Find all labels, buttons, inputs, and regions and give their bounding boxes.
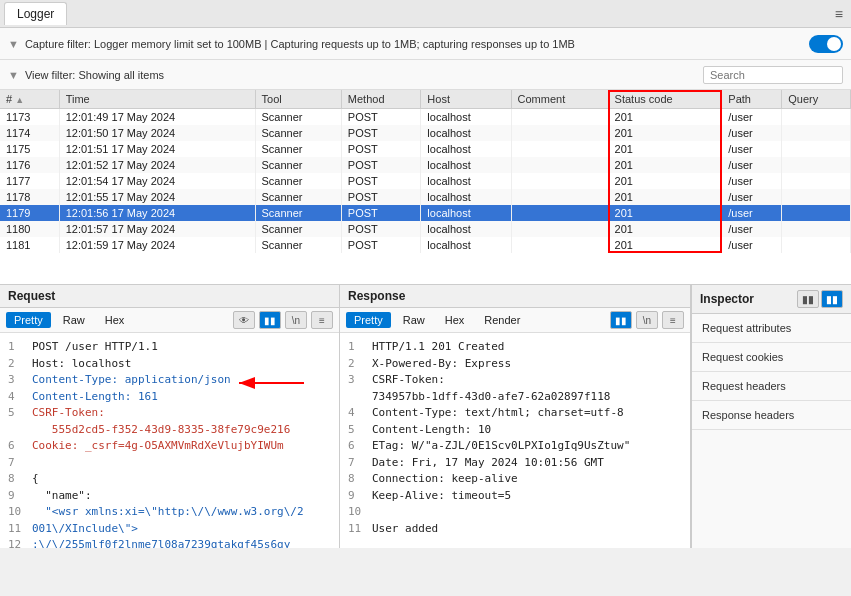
- request-tab-pretty[interactable]: Pretty: [6, 312, 51, 328]
- cell-path: /user: [722, 221, 782, 237]
- table-row[interactable]: 117412:01:50 17 May 2024ScannerPOSTlocal…: [0, 125, 851, 141]
- bottom-panels: Request Pretty Raw Hex 👁 ▮▮ \n ≡ 1POST /…: [0, 285, 851, 548]
- response-line: 5Content-Length: 10: [348, 422, 682, 439]
- response-more-btn[interactable]: ≡: [662, 311, 684, 329]
- request-newline-btn[interactable]: \n: [285, 311, 307, 329]
- request-tab-raw[interactable]: Raw: [55, 312, 93, 328]
- cell-host: localhost: [421, 237, 511, 253]
- col-header-method[interactable]: Method: [341, 90, 420, 109]
- inspector-btn1[interactable]: ▮▮: [797, 290, 819, 308]
- response-tab-hex[interactable]: Hex: [437, 312, 473, 328]
- line-number: 2: [8, 356, 26, 373]
- cell-host: localhost: [421, 141, 511, 157]
- cell-path: /user: [722, 237, 782, 253]
- cell-time: 12:01:56 17 May 2024: [59, 205, 255, 221]
- line-content: User added: [372, 521, 438, 538]
- inspector-item[interactable]: Request cookies: [692, 343, 851, 372]
- line-content: Content-Type: application/json: [32, 372, 231, 389]
- table-row[interactable]: 118112:01:59 17 May 2024ScannerPOSTlocal…: [0, 237, 851, 253]
- line-content: ETag: W/"a-ZJL/0E1Scv0LPXIo1gIq9UsZtuw": [372, 438, 630, 455]
- col-header-id[interactable]: # ▲: [0, 90, 59, 109]
- request-wrap-btn[interactable]: ▮▮: [259, 311, 281, 329]
- cell-query: [782, 157, 851, 173]
- line-number: 9: [348, 488, 366, 505]
- line-number: 6: [348, 438, 366, 455]
- request-more-btn[interactable]: ≡: [311, 311, 333, 329]
- inspector-item[interactable]: Request attributes: [692, 314, 851, 343]
- log-table-container: # ▲ Time Tool Method Host Comment Status…: [0, 90, 851, 285]
- cell-path: /user: [722, 205, 782, 221]
- table-row[interactable]: 118012:01:57 17 May 2024ScannerPOSTlocal…: [0, 221, 851, 237]
- cell-comment: [511, 141, 608, 157]
- view-filter-bar: ▼ View filter: Showing all items: [0, 60, 851, 90]
- line-number: 7: [348, 455, 366, 472]
- response-tab-render[interactable]: Render: [476, 312, 528, 328]
- cell-time: 12:01:50 17 May 2024: [59, 125, 255, 141]
- inspector-btn2[interactable]: ▮▮: [821, 290, 843, 308]
- table-row[interactable]: 117912:01:56 17 May 2024ScannerPOSTlocal…: [0, 205, 851, 221]
- table-row[interactable]: 117812:01:55 17 May 2024ScannerPOSTlocal…: [0, 189, 851, 205]
- cell-time: 12:01:52 17 May 2024: [59, 157, 255, 173]
- inspector-item[interactable]: Response headers: [692, 401, 851, 430]
- cell-status: 201: [608, 157, 722, 173]
- request-tab-hex[interactable]: Hex: [97, 312, 133, 328]
- line-number: 9: [8, 488, 26, 505]
- line-number: 3: [8, 372, 26, 389]
- cell-id: 1173: [0, 109, 59, 126]
- line-content: X-Powered-By: Express: [372, 356, 511, 373]
- menu-icon[interactable]: ≡: [831, 6, 847, 22]
- tab-logger[interactable]: Logger: [4, 2, 67, 25]
- inspector-item[interactable]: Request headers: [692, 372, 851, 401]
- cell-query: [782, 189, 851, 205]
- cell-tool: Scanner: [255, 173, 341, 189]
- table-row[interactable]: 117312:01:49 17 May 2024ScannerPOSTlocal…: [0, 109, 851, 126]
- response-line: 1HTTP/1.1 201 Created: [348, 339, 682, 356]
- cell-id: 1176: [0, 157, 59, 173]
- table-row[interactable]: 117612:01:52 17 May 2024ScannerPOSTlocal…: [0, 157, 851, 173]
- col-header-tool[interactable]: Tool: [255, 90, 341, 109]
- response-wrap-btn[interactable]: ▮▮: [610, 311, 632, 329]
- request-line: 3Content-Type: application/json: [8, 372, 331, 389]
- request-line: 1POST /user HTTP/1.1: [8, 339, 331, 356]
- response-tab-raw[interactable]: Raw: [395, 312, 433, 328]
- cell-host: localhost: [421, 125, 511, 141]
- cell-query: [782, 173, 851, 189]
- line-number: 8: [8, 471, 26, 488]
- cell-method: POST: [341, 173, 420, 189]
- cell-status: 201: [608, 125, 722, 141]
- response-panel-title: Response: [348, 289, 682, 303]
- cell-host: localhost: [421, 205, 511, 221]
- col-header-comment[interactable]: Comment: [511, 90, 608, 109]
- table-row[interactable]: 117512:01:51 17 May 2024ScannerPOSTlocal…: [0, 141, 851, 157]
- col-header-path[interactable]: Path: [722, 90, 782, 109]
- request-panel: Request Pretty Raw Hex 👁 ▮▮ \n ≡ 1POST /…: [0, 285, 340, 548]
- capture-filter-text: Capture filter: Logger memory limit set …: [25, 38, 809, 50]
- request-line: 7: [8, 455, 331, 472]
- cell-query: [782, 141, 851, 157]
- cell-comment: [511, 205, 608, 221]
- col-header-time[interactable]: Time: [59, 90, 255, 109]
- line-content: Content-Length: 10: [372, 422, 491, 439]
- line-number: [348, 389, 366, 406]
- line-content: CSRF-Token: 555d2cd5-f352-43d9-8335-38fe…: [32, 405, 290, 438]
- line-number: 7: [8, 455, 26, 472]
- capture-toggle[interactable]: [809, 35, 843, 53]
- tab-bar: Logger ≡: [0, 0, 851, 28]
- table-row[interactable]: 117712:01:54 17 May 2024ScannerPOSTlocal…: [0, 173, 851, 189]
- response-tab-pretty[interactable]: Pretty: [346, 312, 391, 328]
- response-newline-btn[interactable]: \n: [636, 311, 658, 329]
- request-panel-title: Request: [8, 289, 331, 303]
- line-content: "<wsr xmlns:xi=\"http:\/\/www.w3.org\/2: [32, 504, 304, 521]
- search-input[interactable]: [703, 66, 843, 84]
- col-header-status[interactable]: Status code: [608, 90, 722, 109]
- view-filter-text: View filter: Showing all items: [25, 69, 703, 81]
- cell-comment: [511, 125, 608, 141]
- col-header-query[interactable]: Query: [782, 90, 851, 109]
- line-number: 3: [348, 372, 366, 389]
- col-header-host[interactable]: Host: [421, 90, 511, 109]
- line-number: 11: [8, 521, 26, 538]
- request-hide-btn[interactable]: 👁: [233, 311, 255, 329]
- log-table: # ▲ Time Tool Method Host Comment Status…: [0, 90, 851, 253]
- cell-status: 201: [608, 205, 722, 221]
- cell-method: POST: [341, 109, 420, 126]
